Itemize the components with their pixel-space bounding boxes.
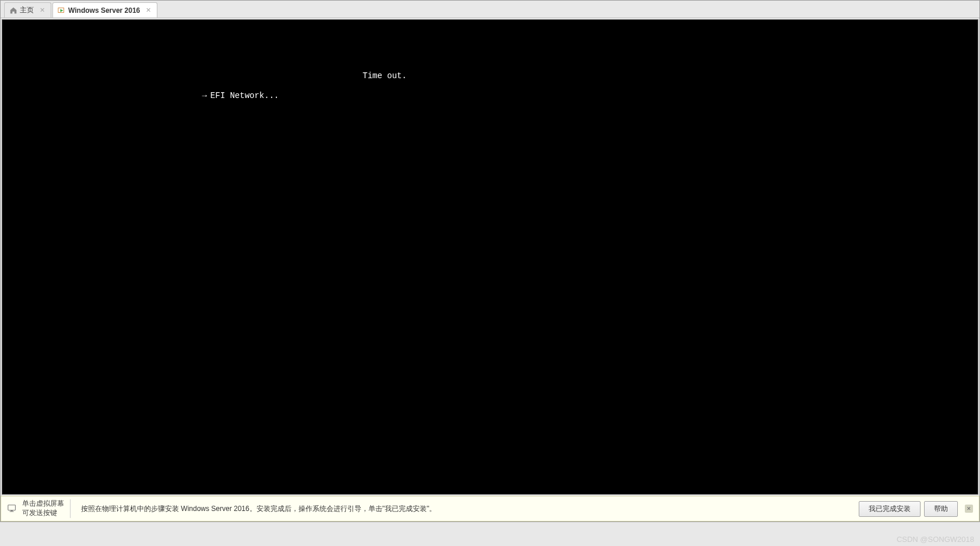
svg-rect-2 (10, 510, 13, 512)
status-bar: 单击虚拟屏幕 可发送按键 按照在物理计算机中的步骤安装 Windows Serv… (1, 496, 979, 522)
tab-label: 主页 (20, 5, 34, 15)
close-icon[interactable]: ✕ (145, 6, 152, 14)
console-text-timeout: Time out. (363, 71, 407, 80)
vm-play-icon (58, 6, 66, 15)
svg-rect-1 (8, 505, 16, 510)
hint-line1: 单击虚拟屏幕 (22, 499, 64, 509)
close-notice-icon[interactable]: ✕ (965, 505, 973, 513)
status-right: 我已完成安装 帮助 ✕ (859, 501, 973, 517)
done-install-button[interactable]: 我已完成安装 (859, 501, 921, 517)
console-text-efi: →EFI Network... (173, 82, 279, 110)
watermark: CSDN @SONGW2018 (897, 535, 974, 544)
svg-rect-3 (10, 512, 14, 512)
home-icon (9, 6, 17, 15)
tab-vm[interactable]: Windows Server 2016 ✕ (52, 2, 157, 18)
hint-text: 单击虚拟屏幕 可发送按键 (22, 499, 71, 517)
tab-label: Windows Server 2016 (68, 6, 140, 15)
hint-line2: 可发送按键 (22, 509, 64, 518)
app-window: 主页 ✕ Windows Server 2016 ✕ Time out. →EF… (0, 0, 980, 522)
tab-home[interactable]: 主页 ✕ (4, 2, 51, 18)
vm-console[interactable]: Time out. →EFI Network... (2, 19, 978, 495)
arrow-icon: → (202, 91, 206, 100)
tab-bar: 主页 ✕ Windows Server 2016 ✕ (1, 1, 979, 18)
help-button[interactable]: 帮助 (924, 501, 958, 517)
efi-network-text: EFI Network... (210, 91, 279, 100)
status-left: 单击虚拟屏幕 可发送按键 按照在物理计算机中的步骤安装 Windows Serv… (7, 499, 436, 517)
monitor-icon (7, 503, 17, 514)
instruction-text: 按照在物理计算机中的步骤安装 Windows Server 2016。安装完成后… (75, 504, 436, 514)
close-icon[interactable]: ✕ (38, 6, 46, 14)
